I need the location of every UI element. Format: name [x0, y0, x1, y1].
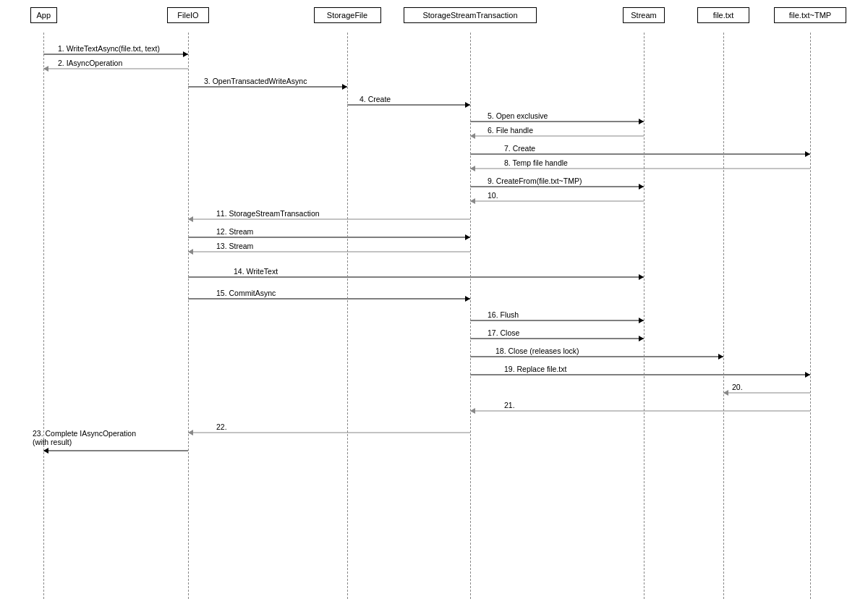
svg-marker-25 [188, 249, 193, 255]
message-label-12: 12. Stream [216, 227, 253, 236]
svg-marker-45 [43, 448, 48, 454]
svg-marker-33 [639, 336, 644, 341]
lifeline-box-fileio: FileIO [167, 7, 209, 23]
message-label-5: 5. Open exclusive [488, 111, 548, 120]
message-label-16: 16. Flush [488, 310, 519, 319]
message-label-20: 20. [732, 383, 743, 391]
svg-marker-43 [188, 430, 193, 436]
message-label-13: 13. Stream [216, 242, 253, 250]
message-label-19: 19. Replace file.txt [504, 365, 566, 373]
svg-marker-11 [470, 133, 475, 139]
message-label-6: 6. File handle [488, 126, 533, 135]
svg-marker-13 [805, 151, 810, 157]
svg-marker-9 [639, 119, 644, 124]
lifeline-line-app [43, 33, 44, 599]
lifeline-box-stream: Stream [623, 7, 665, 23]
lifeline-box-storagestreamtransaction: StorageStreamTransaction [404, 7, 537, 23]
message-label-15: 15. CommitAsync [216, 289, 276, 297]
message-label-17: 17. Close [488, 328, 519, 337]
message-label-7: 7. Create [504, 144, 535, 153]
lifeline-line-fileio [188, 33, 189, 599]
lifeline-line-storagestreamtransaction [470, 33, 471, 599]
message-label-4: 4. Create [359, 95, 391, 103]
message-label-18: 18. Close (releases lock) [495, 347, 579, 355]
lifeline-box-app: App [30, 7, 57, 23]
message-label-21: 21. [504, 401, 515, 409]
lifeline-box-filetxttmp: file.txt~TMP [774, 7, 846, 23]
lifeline-line-filetxttmp [810, 33, 811, 599]
lifeline-box-filetxt: file.txt [697, 7, 749, 23]
svg-marker-37 [805, 372, 810, 378]
svg-marker-17 [639, 184, 644, 190]
message-label-1: 1. WriteTextAsync(file.txt, text) [58, 44, 160, 53]
svg-marker-19 [470, 198, 475, 204]
svg-marker-1 [183, 51, 188, 57]
message-label-11: 11. StorageStreamTransaction [216, 209, 320, 218]
sequence-diagram: AppFileIOStorageFileStorageStreamTransac… [0, 0, 868, 599]
svg-marker-3 [43, 66, 48, 72]
message-label-22: 22. [216, 422, 227, 431]
svg-marker-5 [342, 84, 347, 90]
message-label-10: 10. [488, 191, 498, 200]
lifeline-box-storagefile: StorageFile [314, 7, 381, 23]
lifeline-line-stream [644, 33, 644, 599]
svg-marker-29 [465, 296, 470, 302]
message-label-3: 3. OpenTransactedWriteAsync [204, 77, 307, 85]
svg-marker-39 [723, 390, 728, 396]
message-label-9: 9. CreateFrom(file.txt~TMP) [488, 177, 582, 185]
message-label-14: 14. WriteText [234, 267, 278, 276]
svg-marker-21 [188, 216, 193, 222]
message-label-23: 23. Complete IAsyncOperation(with result… [33, 429, 136, 446]
svg-marker-15 [470, 166, 475, 171]
svg-marker-41 [470, 408, 475, 414]
svg-marker-27 [639, 274, 644, 280]
svg-marker-31 [639, 318, 644, 323]
message-label-8: 8. Temp file handle [504, 158, 568, 167]
message-label-2: 2. IAsyncOperation [58, 59, 122, 67]
svg-marker-35 [718, 354, 723, 360]
lifeline-line-storagefile [347, 33, 348, 599]
svg-marker-7 [465, 102, 470, 108]
lifeline-line-filetxt [723, 33, 724, 599]
svg-marker-23 [465, 234, 470, 240]
